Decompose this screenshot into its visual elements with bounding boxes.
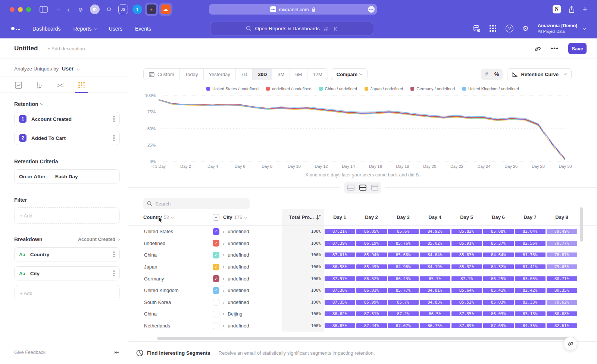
country-column-header[interactable]: Country 52 [143, 214, 213, 220]
tab-insights[interactable] [13, 81, 24, 92]
expand-row-icon[interactable]: › [223, 252, 224, 258]
filter-add-button[interactable]: + Add [14, 207, 120, 224]
retention-day-cell[interactable]: 84.92% [419, 226, 451, 238]
retention-day-cell[interactable]: 80.68% [546, 308, 578, 320]
share-link-fab[interactable] [563, 337, 577, 351]
retention-day-cell[interactable]: 82.04% [514, 226, 546, 238]
day-column-header[interactable]: Day 6 [482, 214, 514, 220]
collapse-sidebar-icon[interactable]: ⇤ [114, 349, 119, 356]
patreon-icon[interactable]: ● [147, 4, 156, 14]
date-range-7d[interactable]: 7D [236, 69, 253, 80]
expand-row-icon[interactable]: › [223, 299, 224, 305]
save-button[interactable]: Save [568, 43, 587, 54]
expand-row-icon[interactable]: › [223, 311, 224, 317]
criteria-on-or-after[interactable]: On or After [19, 174, 46, 179]
row-checkbox[interactable]: ✓ [213, 240, 219, 247]
legend-item[interactable]: Japan / undefined [365, 87, 403, 91]
more-options-button[interactable]: ••• [551, 45, 559, 52]
kebab-menu-icon[interactable]: ••• [113, 116, 115, 123]
retention-day-cell[interactable]: 85.37% [482, 238, 514, 250]
copy-link-icon[interactable] [534, 45, 541, 52]
retention-day-cell[interactable]: 85.03% [482, 296, 514, 308]
target-icon[interactable]: ◎ [76, 4, 85, 14]
retention-day-cell[interactable]: 87.36% [324, 285, 356, 296]
expand-row-icon[interactable]: › [223, 229, 224, 234]
segments-title[interactable]: Find Interesting Segments [147, 350, 210, 356]
retention-day-cell[interactable]: 84.19% [419, 261, 451, 273]
apps-grid-icon[interactable] [490, 25, 497, 32]
row-checkbox[interactable]: ✓ [213, 275, 219, 282]
soundcloud-icon[interactable]: ☁ [161, 4, 171, 14]
table-search[interactable] [143, 198, 250, 209]
horizontal-scrollbar[interactable] [157, 337, 575, 340]
nav-item-users[interactable]: Users [109, 26, 123, 32]
retention-day-cell[interactable]: 80.71% [546, 273, 578, 285]
retention-day-cell[interactable]: 82.33% [514, 296, 546, 308]
retention-day-cell[interactable]: 85.64% [451, 285, 482, 296]
row-checkbox[interactable]: ✓ [213, 264, 219, 270]
retention-day-cell[interactable]: 84.81% [419, 285, 451, 296]
sidebar-toggle-icon[interactable] [40, 6, 48, 13]
row-checkbox[interactable] [213, 323, 219, 329]
data-management-icon[interactable] [473, 25, 481, 32]
day-column-header[interactable]: Day 4 [419, 214, 451, 220]
retention-day-cell[interactable]: 87.01% [324, 249, 356, 261]
retention-day-cell[interactable]: 85.49% [356, 261, 387, 273]
expand-row-icon[interactable]: › [223, 264, 224, 270]
tab-flows[interactable] [54, 81, 66, 92]
retention-day-cell[interactable]: 88.85% [324, 320, 356, 332]
global-search-button[interactable]: Open Reports & Dashboards ⌘ + K [210, 22, 373, 35]
retention-day-cell[interactable]: 86.19% [356, 238, 387, 250]
retention-day-cell[interactable]: 85.7% [387, 296, 419, 308]
project-selector[interactable]: Amazonia {Demo} All Project Data [538, 23, 586, 34]
minimize-window-button[interactable] [18, 7, 23, 12]
row-checkbox[interactable] [213, 299, 219, 305]
city-column-header[interactable]: – City 176 [213, 214, 282, 221]
day-column-header[interactable]: Day 1 [324, 214, 356, 220]
mixpanel-logo[interactable] [11, 27, 20, 30]
retention-day-cell[interactable]: 84.96% [387, 261, 419, 273]
retention-day-cell[interactable]: 85.02% [419, 238, 451, 250]
retention-day-cell[interactable]: 87.21% [324, 226, 356, 238]
nav-item-reports[interactable]: Reports [74, 26, 96, 32]
retention-day-cell[interactable]: 85.7% [419, 273, 451, 285]
retention-day-cell[interactable]: 87.2% [387, 308, 419, 320]
expand-row-icon[interactable]: › [223, 276, 224, 282]
legend-item[interactable]: United Kingdom / undefined [462, 87, 519, 91]
retention-day-cell[interactable]: 87.97% [324, 273, 356, 285]
expand-row-icon[interactable]: › [223, 241, 224, 246]
layout-chart-only-button[interactable] [345, 183, 356, 192]
js-icon[interactable]: JS [118, 4, 128, 14]
day-column-header[interactable]: Day 3 [387, 214, 419, 220]
retention-day-cell[interactable]: 85.82% [451, 226, 482, 238]
nav-item-events[interactable]: Events [135, 26, 151, 32]
expand-row-icon[interactable]: › [223, 323, 224, 329]
give-feedback-link[interactable]: Give Feedback [14, 350, 46, 355]
table-search-input[interactable] [155, 201, 237, 207]
retention-day-cell[interactable]: 81.76% [514, 249, 546, 261]
retention-day-cell[interactable]: 87.35% [451, 308, 482, 320]
retention-day-cell[interactable]: 87.07% [387, 320, 419, 332]
row-checkbox[interactable] [213, 311, 219, 317]
new-tab-button[interactable]: + [582, 4, 587, 14]
day-column-header[interactable]: Day 2 [356, 214, 387, 220]
retention-day-cell[interactable]: 82.61% [546, 320, 578, 332]
row-checkbox[interactable]: ✓ [213, 228, 219, 235]
retention-day-cell[interactable]: 83.05% [514, 273, 546, 285]
retention-day-cell[interactable]: 86.58% [324, 261, 356, 273]
tab-retention[interactable] [76, 81, 87, 92]
day-column-header[interactable]: Day 7 [514, 214, 546, 220]
percent-toggle[interactable]: % [492, 69, 502, 79]
absolute-numbers-toggle[interactable]: # [482, 69, 492, 79]
date-range-yesterday[interactable]: Yesterday [204, 69, 236, 80]
retention-day-cell[interactable]: 87.39% [324, 238, 356, 250]
chart-type-selector[interactable]: Retention Curve [507, 68, 572, 80]
date-range-3m[interactable]: 3M [272, 69, 290, 80]
retention-day-cell[interactable]: 86.75% [419, 320, 451, 332]
settings-gear-icon[interactable]: ⚙ [522, 24, 529, 33]
notion-extension-icon[interactable]: N [553, 5, 561, 13]
retention-day-cell[interactable]: 85.41% [482, 285, 514, 296]
retention-day-cell[interactable]: 83.13% [514, 308, 546, 320]
retention-criteria-card[interactable]: On or After Each Day [14, 169, 120, 183]
add-description[interactable]: + Add description... [47, 46, 89, 51]
